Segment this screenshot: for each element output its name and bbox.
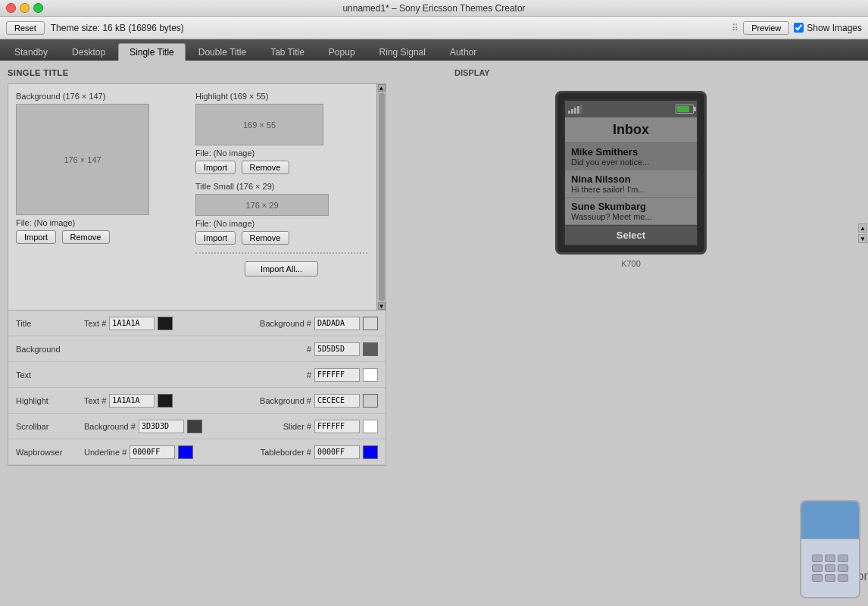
key-4 — [812, 564, 823, 572]
scroll-down-arrow[interactable]: ▼ — [378, 302, 386, 310]
scrollbar-slider-input[interactable] — [314, 420, 360, 433]
background-hash: # — [307, 345, 311, 354]
background-color-swatch[interactable] — [363, 342, 378, 356]
scrollbar-bg-label: Background # — [84, 422, 136, 431]
scrollbar-bg-swatch[interactable] — [187, 420, 202, 433]
image-scrollbar[interactable]: ▲ ▼ — [376, 84, 386, 310]
background-remove-button[interactable]: Remove — [62, 230, 110, 244]
show-images-label[interactable]: Show Images — [794, 23, 862, 33]
tab-single-title[interactable]: Single Title — [118, 43, 186, 61]
import-all-button[interactable]: Import All... — [245, 261, 318, 276]
wapbrowser-underline-input[interactable] — [130, 445, 175, 459]
title-small-remove-button[interactable]: Remove — [242, 231, 289, 245]
titlebar: unnamed1* – Sony Ericsson Themes Creator — [0, 0, 868, 17]
tab-standby[interactable]: Standby — [3, 43, 59, 61]
preview-3: Wassuup? Meet me... — [571, 212, 691, 221]
highlight-remove-button[interactable]: Remove — [242, 161, 289, 174]
background-color-row: Background # — [8, 336, 386, 362]
phone-screen: Inbox Mike Smithers Did you ever notice.… — [564, 99, 698, 246]
scroll-up-arrow[interactable]: ▲ — [378, 84, 386, 92]
title-text-label: Text # — [84, 319, 106, 328]
signal-bar-1 — [568, 111, 570, 114]
background-import-button[interactable]: Import — [16, 230, 56, 244]
color-config: Title Text # Background # Background # — [8, 311, 386, 466]
tab-tab-title[interactable]: Tab Title — [259, 43, 316, 61]
key-6 — [838, 564, 848, 572]
highlight-placeholder: 169 × 55 — [195, 104, 323, 145]
highlight-bg-label: Background # — [260, 396, 311, 405]
tab-desktop[interactable]: Desktop — [61, 43, 117, 61]
title-bg-input[interactable] — [314, 317, 360, 330]
small-phone-body — [801, 539, 859, 597]
scrollbar-bg-input[interactable] — [139, 420, 184, 433]
small-phone-screen — [801, 501, 859, 539]
title-bg-swatch[interactable] — [363, 317, 378, 330]
highlight-size-text: 169 × 55 — [243, 120, 276, 130]
highlight-bg-swatch[interactable] — [363, 394, 378, 408]
list-item: Nina Nilsson Hi there sailor! I'm... — [565, 170, 697, 198]
highlight-import-button[interactable]: Import — [195, 161, 236, 174]
toolbar-right: ⠿ Preview Show Images — [732, 21, 862, 35]
display-label: DISPLAY — [454, 68, 490, 77]
highlight-bg-input[interactable] — [314, 394, 360, 408]
list-item: Sune Skumbarg Wassuup? Meet me... — [565, 198, 697, 225]
small-phone-thumbnail — [800, 500, 860, 598]
background-buttons: Import Remove — [16, 230, 188, 244]
wapbrowser-tableborder-swatch[interactable] — [363, 445, 378, 459]
title-small-file-label: File: (No image) — [195, 219, 367, 228]
title-color-label: Title — [16, 319, 84, 328]
title-bg-group: Background # — [260, 317, 378, 330]
wapbrowser-tableborder-input[interactable] — [314, 445, 360, 459]
wapbrowser-tableborder-label: Tableborder # — [261, 448, 311, 457]
left-panel: SINGLE TITLE Background (176 × 147) 176 … — [0, 61, 394, 606]
theme-size: Theme size: 16 kB (16896 bytes) — [51, 23, 184, 33]
wapbrowser-color-row: Wapbrowser Underline # Tableborder # — [8, 439, 386, 465]
title-text-group: Text # — [84, 317, 173, 330]
highlight-text-swatch[interactable] — [158, 394, 173, 408]
maximize-button[interactable] — [33, 3, 43, 13]
tab-author[interactable]: Author — [439, 43, 488, 61]
show-images-text: Show Images — [807, 23, 862, 33]
sender-name-3: Sune Skumbarg — [571, 201, 691, 212]
scrollbar-bg-group: Background # — [84, 420, 202, 433]
wapbrowser-underline-swatch[interactable] — [178, 445, 193, 459]
phone-screen-outer: Inbox Mike Smithers Did you ever notice.… — [555, 91, 707, 255]
close-button[interactable] — [6, 3, 16, 13]
phone-container: Inbox Mike Smithers Did you ever notice.… — [555, 91, 707, 268]
highlight-text-input[interactable] — [109, 394, 155, 408]
keypad-row-3 — [812, 574, 848, 582]
select-text: Select — [617, 230, 645, 241]
text-color-swatch[interactable] — [363, 368, 378, 382]
signal-bar-5 — [580, 105, 582, 114]
screen-inbox-title: Inbox — [565, 117, 697, 143]
minimize-button[interactable] — [20, 3, 30, 13]
tab-double-title[interactable]: Double Title — [187, 43, 258, 61]
scroll-thumb[interactable] — [379, 93, 385, 301]
text-color-label: Text — [16, 370, 84, 380]
preview-button[interactable]: Preview — [743, 21, 789, 35]
scrollbar-slider-swatch[interactable] — [363, 420, 378, 433]
main-content: SINGLE TITLE Background (176 × 147) 176 … — [0, 61, 868, 606]
keypad-row-2 — [812, 564, 848, 572]
tab-ring-signal[interactable]: Ring Signal — [368, 43, 437, 61]
window-controls[interactable] — [6, 3, 43, 13]
title-text-input[interactable] — [109, 317, 155, 330]
battery-fill — [677, 106, 689, 112]
key-3 — [838, 554, 848, 562]
highlight-color-label: Highlight — [16, 396, 84, 405]
key-9 — [838, 574, 848, 582]
tab-popup[interactable]: Popup — [317, 43, 367, 61]
highlight-file-label: File: (No image) — [195, 148, 367, 158]
background-color-input[interactable] — [314, 342, 360, 356]
background-file-label: File: (No image) — [16, 218, 188, 227]
reset-button[interactable]: Reset — [6, 21, 45, 35]
highlight-bg-group: Background # — [260, 394, 378, 408]
title-small-import-button[interactable]: Import — [195, 231, 236, 245]
key-5 — [825, 564, 835, 572]
text-color-input[interactable] — [314, 368, 360, 382]
scrollbar-slider-label: Slider # — [283, 422, 311, 431]
signal-bar-4 — [577, 106, 579, 114]
title-text-swatch[interactable] — [158, 317, 173, 330]
show-images-checkbox[interactable] — [794, 23, 804, 33]
scrollbar-color-label: Scrollbar — [16, 422, 84, 431]
